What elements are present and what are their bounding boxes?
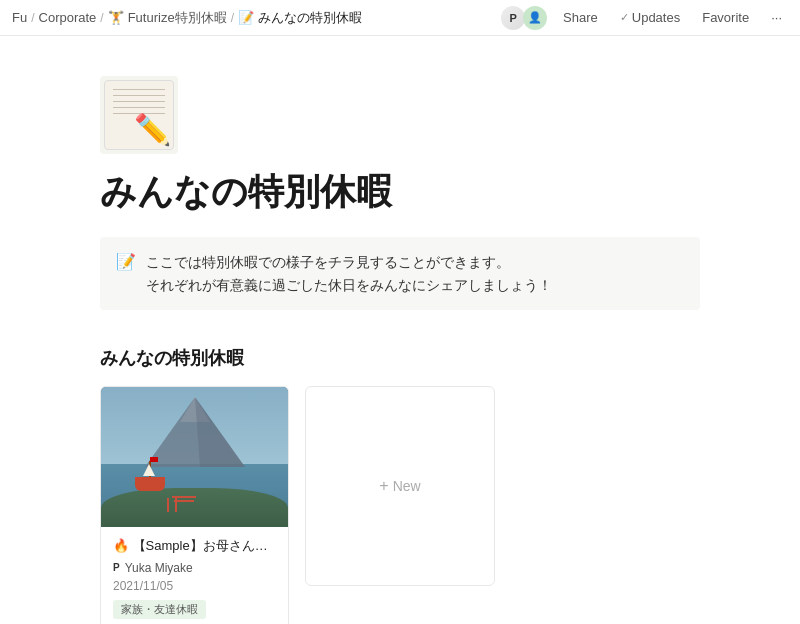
callout-text: ここでは特別休暇での様子をチラ見することができます。 それぞれが有意義に過ごした… — [146, 251, 552, 296]
card-tag: 家族・友達休暇 — [113, 600, 206, 619]
breadcrumb-current: みんなの特別休暇 — [258, 9, 362, 27]
svg-marker-2 — [195, 397, 245, 467]
page-icon: ✏️ — [100, 76, 178, 154]
card-author: P Yuka Miyake — [113, 561, 276, 575]
gallery-grid: 🔥 【Sample】お母さんと温泉に行って… P Yuka Miyake 202… — [100, 386, 700, 624]
more-button[interactable]: ··· — [765, 8, 788, 27]
card-title: 🔥 【Sample】お母さんと温泉に行って… — [113, 537, 276, 555]
breadcrumb-corporate[interactable]: Corporate — [39, 10, 97, 25]
new-card-button[interactable]: + New — [305, 386, 494, 586]
card-date: 2021/11/05 — [113, 579, 276, 593]
breadcrumb: Fu / Corporate / 🏋 Futurize特別休暇 / 📝 みんなの… — [12, 9, 362, 27]
breadcrumb-icon-3: 📝 — [238, 10, 254, 25]
author-logo-icon: P — [113, 562, 120, 573]
card-image — [101, 387, 288, 527]
favorite-button[interactable]: Favorite — [696, 8, 755, 27]
page-title: みんなの特別休暇 — [100, 170, 700, 213]
user-avatar: 👤 — [523, 6, 547, 30]
new-label: New — [393, 478, 421, 494]
section-heading: みんなの特別休暇 — [100, 346, 700, 370]
topbar-right: P 👤 Share ✓ Updates Favorite ··· — [501, 6, 788, 30]
notion-logo-area: P 👤 — [501, 6, 547, 30]
checkmark-icon: ✓ — [620, 11, 629, 24]
share-button[interactable]: Share — [557, 8, 604, 27]
breadcrumb-workspace[interactable]: Fu — [12, 10, 27, 25]
breadcrumb-futurize[interactable]: Futurize特別休暇 — [128, 9, 227, 27]
gallery-card[interactable]: 🔥 【Sample】お母さんと温泉に行って… P Yuka Miyake 202… — [100, 386, 289, 624]
card-content: 🔥 【Sample】お母さんと温泉に行って… P Yuka Miyake 202… — [101, 527, 288, 624]
notion-icon: P — [501, 6, 525, 30]
main-content: ✏️ みんなの特別休暇 📝 ここでは特別休暇での様子をチラ見することができます。… — [40, 36, 760, 624]
callout-icon: 📝 — [116, 252, 136, 271]
breadcrumb-icon-2: 🏋 — [108, 10, 124, 25]
plus-icon: + — [379, 477, 388, 495]
updates-button[interactable]: ✓ Updates — [614, 8, 686, 27]
topbar: Fu / Corporate / 🏋 Futurize特別休暇 / 📝 みんなの… — [0, 0, 800, 36]
callout: 📝 ここでは特別休暇での様子をチラ見することができます。 それぞれが有意義に過ご… — [100, 237, 700, 310]
empty-slot — [511, 386, 700, 586]
